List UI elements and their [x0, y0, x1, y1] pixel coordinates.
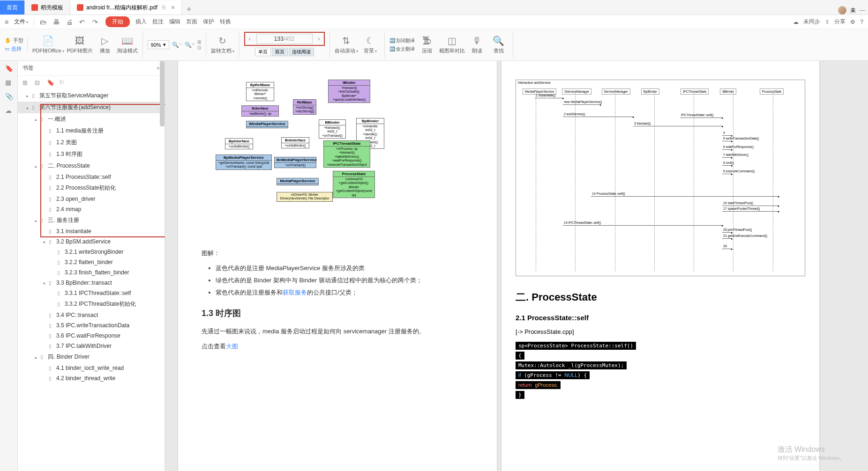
tool-fulltrans[interactable]: 🔤 全文翻译: [389, 46, 415, 52]
tree-item[interactable]: ▯4.2 binder_thread_write: [18, 373, 165, 383]
link-get-service[interactable]: 获取服务: [283, 289, 307, 296]
left-rail: 🔖 ▦ 📎 ☁: [0, 61, 18, 471]
menu-convert[interactable]: 转换: [220, 18, 231, 26]
tree-item[interactable]: ▯3.5 IPC.writeTransactionData: [18, 320, 165, 331]
tree-item[interactable]: ▯3.4 IPC::transact: [18, 310, 165, 320]
tree-item[interactable]: ▴▯二. ProcessState: [18, 160, 165, 172]
tree-item[interactable]: ▯3.6 IPC.waitForResponse: [18, 331, 165, 341]
tree-item[interactable]: ▴▯三. 服务注册: [18, 214, 165, 226]
thumbnail-icon[interactable]: ▦: [5, 79, 13, 86]
help-icon[interactable]: ?: [860, 19, 863, 25]
tab-template[interactable]: 稻壳模板: [25, 0, 70, 15]
gear-icon[interactable]: ⚙: [850, 19, 855, 25]
tree-item[interactable]: ▯3.1 instantiate: [18, 226, 165, 236]
tool-compare[interactable]: ◫截图和对比: [439, 35, 465, 54]
cloud-icon[interactable]: ☁: [793, 19, 799, 25]
tree-item[interactable]: ▸▯第五节获取ServiceManager: [18, 90, 165, 102]
tool-find[interactable]: 🔍查找: [489, 35, 508, 54]
tool-read[interactable]: 🎙朗读: [468, 35, 486, 54]
add-bookmark-icon[interactable]: 🔖: [47, 79, 53, 86]
view-continuous[interactable]: 连续阅读: [289, 48, 314, 56]
unsync-label[interactable]: 未同步: [803, 18, 820, 26]
tree-item[interactable]: ▯2.1 ProcessState::self: [18, 172, 165, 182]
attachment-icon[interactable]: 📎: [5, 93, 13, 100]
menu-file[interactable]: 文件: [14, 18, 28, 26]
tree-item[interactable]: ▴▯3.2 BpSM.addService: [18, 236, 165, 247]
menu-bar: ≡ 文件 🗁 🖶 🖨 ↶ ↷ 开始 插入 批注 编辑 页面 保护 转换 ☁ 未同…: [0, 15, 868, 29]
share-icon[interactable]: ⇪: [825, 19, 830, 25]
zoom-out-icon[interactable]: 🔍⁻: [172, 42, 182, 48]
share-label[interactable]: 分享: [834, 18, 846, 26]
tree-item[interactable]: ▴▯一.概述: [18, 113, 165, 125]
print-icon[interactable]: 🖨: [66, 18, 74, 26]
tree-item[interactable]: ▯3.2.3 finish_flatten_binder: [18, 267, 165, 278]
menu-start[interactable]: 开始: [105, 16, 130, 27]
tree-item[interactable]: ▯1.2 类图: [18, 137, 165, 148]
bookmark-tree[interactable]: ▸▯第五节获取ServiceManager▴▯第六节注册服务(addServic…: [18, 89, 165, 471]
view-double[interactable]: 双页: [272, 48, 288, 56]
link-fullsize[interactable]: 大图: [226, 343, 238, 350]
tool-autoscroll[interactable]: ⇅自动滚动: [335, 35, 358, 54]
tool-play[interactable]: ▷播放: [96, 35, 114, 54]
fit-width-icon[interactable]: ⊞: [197, 39, 201, 44]
tree-item[interactable]: ▯1.1 media服务注册: [18, 125, 165, 137]
tree-item[interactable]: ▯1.3 时序图: [18, 148, 165, 160]
tool-pdf2office[interactable]: 📄PDF转Office: [32, 35, 64, 54]
next-page-button[interactable]: ›: [314, 36, 324, 42]
paragraph: 点击查看大图: [202, 341, 473, 352]
tool-readmode[interactable]: 📖阅读模式: [117, 35, 138, 54]
fit-page-icon[interactable]: ⊡: [197, 45, 201, 50]
tree-item[interactable]: ▯3.2.1 writeStrongBinder: [18, 247, 165, 257]
tab-home[interactable]: 首页: [0, 0, 25, 15]
tool-hand[interactable]: ✋ 手型: [5, 37, 23, 44]
menu-protect[interactable]: 保护: [203, 18, 214, 26]
tree-item[interactable]: ▯2.4 mmap: [18, 204, 165, 214]
tool-pdf2pic[interactable]: 🖼PDF转图片: [67, 35, 93, 54]
view-single[interactable]: 单页: [255, 48, 271, 56]
document-viewport[interactable]: BpRefBase+mRemote: IBinder*+remote()IBin…: [165, 61, 868, 471]
menu-insert[interactable]: 插入: [135, 18, 147, 26]
new-tab-button[interactable]: +: [182, 5, 196, 15]
hamburger-icon[interactable]: ≡: [5, 18, 8, 26]
tree-item[interactable]: ▴▯3.3 BpBinder::transact: [18, 278, 165, 288]
bookmark-icon[interactable]: 🔖: [5, 65, 13, 72]
tool-compress[interactable]: 🗜压缩: [418, 35, 436, 54]
close-icon[interactable]: ×: [171, 4, 175, 11]
tree-item[interactable]: ▯3.3.2 IPCThreadState初始化: [18, 298, 165, 310]
tree-item[interactable]: ▴▯四. Binder Driver: [18, 351, 165, 363]
menu-page[interactable]: 页面: [186, 18, 197, 26]
bookmark-flag-icon[interactable]: ⚐: [59, 79, 66, 86]
page-input[interactable]: 133/452: [256, 34, 313, 44]
minimize-icon[interactable]: —: [860, 7, 865, 14]
scrollbar-thumb[interactable]: [160, 61, 165, 126]
sequence-diagram: Interaction addService MediaPlayerServic…: [516, 80, 805, 276]
expand-all-icon[interactable]: ⊞: [22, 79, 29, 86]
menu-annotate[interactable]: 批注: [152, 18, 164, 26]
tree-item[interactable]: ▴▯第六节注册服务(addService): [18, 102, 165, 113]
tree-item[interactable]: ▯2.2 ProcessState初始化: [18, 182, 165, 194]
collapse-all-icon[interactable]: ⊟: [35, 79, 41, 86]
tool-bg[interactable]: ☾背景: [361, 35, 380, 54]
tree-item[interactable]: ▯3.3.1 IPCThreadState::self: [18, 288, 165, 298]
prev-page-button[interactable]: ‹: [245, 36, 254, 42]
tool-wordtrans[interactable]: 🔤 划词翻译: [389, 37, 415, 44]
tree-item[interactable]: ▯4.1 binder_ioctl_write_read: [18, 363, 165, 373]
tree-item[interactable]: ▯3.7 IPC.talkWithDriver: [18, 341, 165, 351]
open-icon[interactable]: 🗁: [40, 18, 47, 26]
avatar[interactable]: [838, 6, 846, 15]
tab-document[interactable]: android fr...精编内核解析.pdf ⎘ ×: [70, 0, 182, 15]
sidebar-close-button[interactable]: ×: [157, 65, 160, 72]
tree-item[interactable]: ▯3.2.2 flatten_binder: [18, 257, 165, 267]
redo-icon[interactable]: ↷: [92, 18, 100, 26]
tool-select[interactable]: ▭ 选择: [5, 45, 23, 52]
zoom-select[interactable]: 90% ▾: [148, 40, 169, 49]
save-icon[interactable]: 🖶: [53, 18, 60, 26]
zoom-in-icon[interactable]: 🔍⁺: [185, 42, 195, 48]
cloud-rail-icon[interactable]: ☁: [5, 107, 13, 114]
tool-rotate[interactable]: ↻旋转文档: [211, 35, 234, 54]
undo-icon[interactable]: ↶: [79, 18, 87, 26]
tab-pin-icon[interactable]: ⎘: [162, 4, 165, 11]
crop-icon: ◫: [448, 35, 456, 46]
menu-edit[interactable]: 编辑: [169, 18, 180, 26]
tree-item[interactable]: ▯2.3 open_driver: [18, 194, 165, 204]
